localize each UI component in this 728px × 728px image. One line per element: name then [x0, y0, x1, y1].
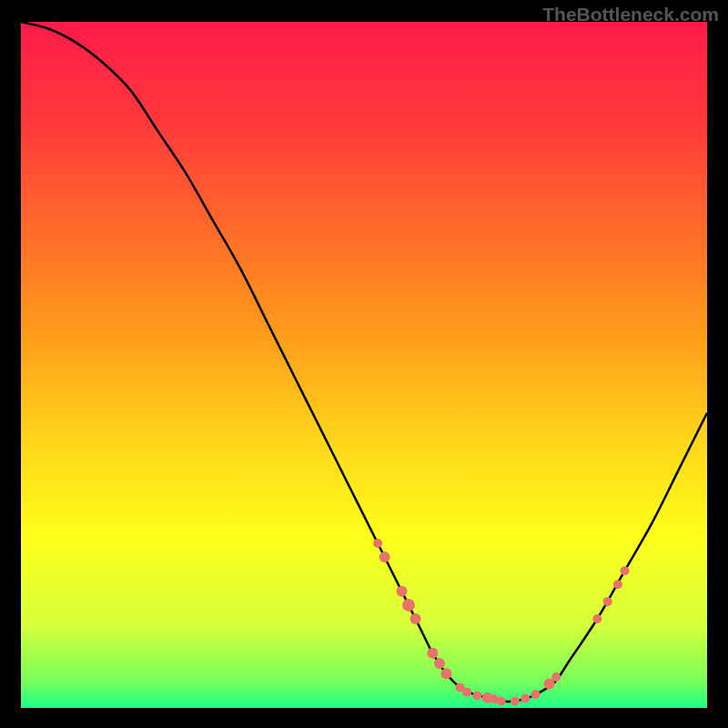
curve-marker	[551, 672, 561, 682]
curve-marker	[396, 586, 407, 597]
curve-marker	[531, 690, 541, 699]
curve-marker	[472, 691, 481, 700]
curve-marker	[402, 599, 415, 612]
chart-curve-layer	[21, 22, 707, 708]
curve-marker	[373, 539, 382, 548]
chart-plot-area	[21, 22, 707, 708]
curve-marker	[613, 580, 622, 589]
curve-marker	[497, 696, 506, 705]
curve-marker	[462, 688, 471, 697]
watermark-text: TheBottleneck.com	[542, 4, 719, 25]
curve-marker	[521, 693, 530, 703]
curve-marker	[379, 551, 390, 562]
curve-marker	[427, 648, 438, 659]
curve-marker	[621, 566, 630, 575]
curve-marker	[410, 613, 421, 624]
curve-marker	[434, 658, 445, 669]
curve-marker	[592, 614, 602, 623]
curve-markers	[373, 539, 629, 705]
curve-marker	[511, 696, 520, 705]
curve-marker	[440, 668, 451, 679]
curve-marker	[603, 597, 612, 606]
